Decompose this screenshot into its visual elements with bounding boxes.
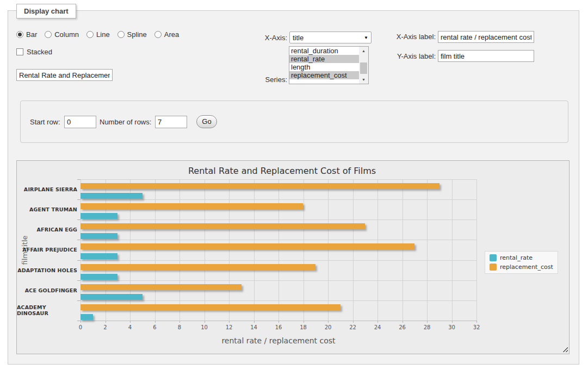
- stacked-checkbox-row[interactable]: Stacked: [16, 48, 52, 56]
- x-tick-label: 30: [444, 324, 460, 330]
- x-tick-label: 12: [221, 324, 237, 330]
- bar-rental_rate[interactable]: [81, 193, 143, 199]
- series-option-length[interactable]: length: [289, 63, 359, 71]
- category-label: AFRICAN EGG: [17, 220, 77, 240]
- chart-title: Rental Rate and Replacement Cost of Film…: [17, 166, 569, 176]
- dropdown-arrow-icon: ▼: [364, 35, 368, 40]
- legend-label: rental_rate: [500, 254, 533, 261]
- horizontal-gridline: [81, 300, 476, 301]
- row-controls-box: Start row: Number of rows: Go: [20, 101, 568, 143]
- chart-type-spline[interactable]: Spline: [117, 30, 147, 39]
- legend-swatch: [490, 254, 497, 261]
- vertical-gridline: [377, 179, 378, 321]
- bar-replacement_cost[interactable]: [81, 264, 315, 270]
- vertical-gridline: [180, 179, 180, 321]
- bar-rental_rate[interactable]: [81, 294, 143, 300]
- panel-title: Display chart: [16, 4, 76, 18]
- x-tick-label: 16: [270, 324, 287, 330]
- scroll-up-button[interactable]: ▲: [359, 47, 368, 55]
- legend-item-rental_rate[interactable]: rental_rate: [490, 254, 553, 261]
- scroll-thumb[interactable]: [360, 62, 367, 74]
- start-row-input[interactable]: [64, 116, 96, 128]
- chart-legend: rental_ratereplacement_cost: [485, 251, 558, 274]
- chart-x-axis-title: rental rate / replacement cost: [81, 336, 476, 345]
- resize-grip-icon[interactable]: [562, 346, 568, 352]
- bar-rental_rate[interactable]: [81, 233, 117, 239]
- series-list-label: Series:: [242, 76, 287, 84]
- y-tick-mark: [77, 199, 81, 200]
- x-tick-label: 0: [72, 324, 89, 330]
- chart-type-option-label: Area: [164, 30, 179, 39]
- number-of-rows-input[interactable]: [155, 116, 187, 128]
- bar-rental_rate[interactable]: [81, 314, 93, 320]
- series-option-rental_duration[interactable]: rental_duration: [289, 47, 359, 55]
- x-tick-label: 28: [419, 324, 435, 330]
- chart-type-option-label: Line: [96, 30, 110, 39]
- series-option-rental_rate[interactable]: rental_rate: [289, 55, 359, 63]
- bar-rental_rate[interactable]: [81, 274, 117, 280]
- series-listbox[interactable]: rental_durationrental_ratelengthreplacem…: [289, 46, 369, 84]
- bar-replacement_cost[interactable]: [81, 243, 414, 249]
- x-tick-label: 2: [97, 324, 114, 330]
- category-label: AIRPLANE SIERRA: [17, 179, 77, 199]
- y-tick-mark: [77, 300, 81, 301]
- vertical-gridline: [353, 179, 354, 321]
- series-option-replacement_cost[interactable]: replacement_cost: [289, 71, 359, 79]
- chart-title-input[interactable]: [16, 69, 113, 81]
- stacked-checkbox-icon: [16, 48, 23, 55]
- vertical-gridline: [452, 179, 453, 321]
- x-tick-label: 10: [196, 324, 213, 330]
- y-tick-mark: [77, 179, 81, 180]
- vertical-gridline: [476, 179, 477, 321]
- horizontal-gridline: [81, 280, 476, 281]
- chart-type-area[interactable]: Area: [154, 30, 179, 39]
- y-tick-mark: [77, 240, 81, 240]
- category-label: AFFAIR PREJUDICE: [17, 240, 77, 260]
- x-axis-select-label: X-Axis:: [242, 34, 287, 42]
- y-tick-mark: [77, 220, 81, 220]
- y-tick-mark: [77, 260, 81, 261]
- vertical-gridline: [304, 179, 304, 321]
- x-tick-label: 4: [122, 324, 138, 330]
- x-axis-select[interactable]: title ▼: [289, 32, 372, 43]
- category-label: ACADEMY DINOSAUR: [17, 300, 77, 321]
- x-tick-label: 6: [147, 324, 163, 330]
- bar-rental_rate[interactable]: [81, 253, 117, 259]
- chart-type-option-label: Column: [54, 30, 79, 39]
- horizontal-gridline: [81, 220, 476, 220]
- vertical-gridline: [403, 179, 403, 321]
- chart-type-option-label: Spline: [127, 30, 147, 39]
- x-tick-label: 18: [295, 324, 312, 330]
- series-scrollbar[interactable]: ▲ ▼: [359, 47, 368, 84]
- bar-replacement_cost[interactable]: [81, 203, 303, 209]
- bar-replacement_cost[interactable]: [81, 304, 341, 310]
- radio-icon: [45, 31, 52, 38]
- legend-item-replacement_cost[interactable]: replacement_cost: [490, 264, 553, 271]
- horizontal-gridline: [81, 179, 476, 180]
- bar-replacement_cost[interactable]: [81, 183, 440, 189]
- horizontal-gridline: [81, 199, 476, 200]
- x-tick-label: 14: [246, 324, 262, 330]
- y-tick-mark: [77, 280, 81, 281]
- legend-label: replacement_cost: [500, 264, 553, 271]
- go-button[interactable]: Go: [196, 115, 217, 128]
- chart-type-column[interactable]: Column: [45, 30, 79, 39]
- vertical-gridline: [254, 179, 255, 321]
- chart-type-bar[interactable]: Bar: [16, 30, 37, 39]
- horizontal-gridline: [81, 260, 476, 261]
- x-tick-label: 20: [320, 324, 336, 330]
- y-axis-label-input[interactable]: [438, 50, 534, 62]
- chart-type-line[interactable]: Line: [86, 30, 110, 39]
- radio-icon: [16, 31, 23, 38]
- vertical-gridline: [427, 179, 428, 321]
- vertical-gridline: [155, 179, 156, 321]
- radio-icon: [117, 31, 125, 38]
- bar-replacement_cost[interactable]: [81, 223, 365, 229]
- start-row-label: Start row:: [30, 118, 60, 126]
- bar-rental_rate[interactable]: [81, 213, 117, 219]
- scroll-down-button[interactable]: ▼: [359, 76, 368, 84]
- x-axis-label-input[interactable]: [438, 31, 534, 43]
- bar-replacement_cost[interactable]: [81, 284, 242, 290]
- number-of-rows-label: Number of rows:: [100, 118, 151, 126]
- x-axis-label-label: X-Axis label:: [378, 33, 436, 41]
